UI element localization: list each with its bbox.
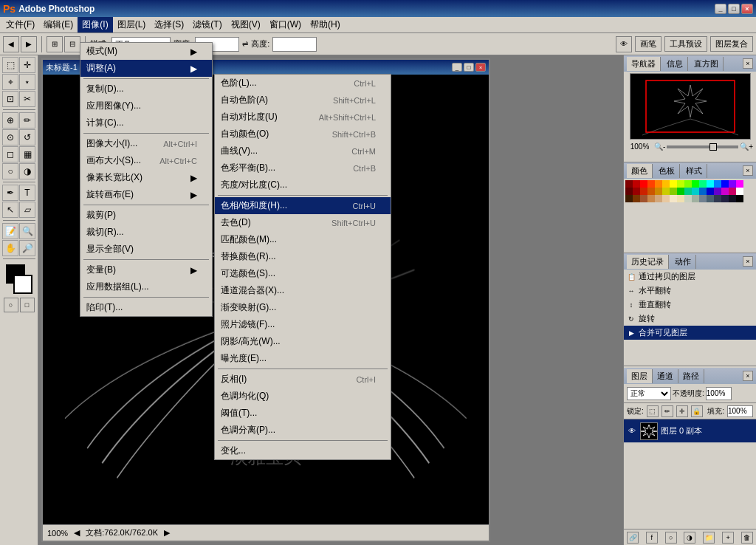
swatch[interactable]	[625, 195, 633, 202]
tab-layers[interactable]: 图层	[627, 369, 653, 383]
menu-calc[interactable]: 计算(C)...	[80, 114, 212, 131]
nav-thumb[interactable]	[709, 143, 717, 151]
tab-history[interactable]: 历史记录	[627, 255, 669, 269]
swatch[interactable]	[692, 188, 699, 195]
adj-posterize[interactable]: 色调分离(P)...	[215, 422, 391, 439]
swatch[interactable]	[677, 188, 684, 195]
brush-btn[interactable]: 画笔	[635, 36, 662, 52]
swatch[interactable]	[684, 195, 692, 202]
adj-photo-filter[interactable]: 照片滤镜(F)...	[215, 316, 391, 333]
tool-heal[interactable]: ⊕	[2, 112, 18, 128]
swatch[interactable]	[714, 180, 721, 188]
adj-channel-mixer[interactable]: 通道混合器(X)...	[215, 282, 391, 299]
tool-move[interactable]: ✛	[19, 57, 35, 73]
menu-help[interactable]: 帮助(H)	[306, 17, 345, 32]
swatch[interactable]	[692, 195, 699, 202]
quick-mask-btn[interactable]: ○	[4, 298, 18, 312]
swatch[interactable]	[625, 180, 633, 188]
swatch[interactable]	[729, 195, 736, 202]
tool-stamp[interactable]: ⊙	[2, 129, 18, 145]
adj-curves[interactable]: 曲线(V)...Ctrl+M	[215, 143, 391, 160]
zoom-in-icon[interactable]: 🔍+	[740, 143, 753, 151]
menu-canvas-size[interactable]: 画布大小(S)...Alt+Ctrl+C	[80, 152, 212, 169]
swatch[interactable]	[707, 195, 714, 202]
tool-shape[interactable]: ▱	[19, 202, 35, 218]
adj-gradient-map[interactable]: 渐变映射(G)...	[215, 299, 391, 316]
eye-icon[interactable]: 👁	[616, 36, 632, 52]
link-layers-btn[interactable]: 🔗	[627, 532, 639, 544]
tool-lasso[interactable]: ⌖	[2, 74, 18, 90]
new-layer-btn[interactable]: +	[722, 532, 734, 544]
swatch[interactable]	[692, 180, 699, 188]
swatch[interactable]	[662, 188, 670, 195]
lock-paint[interactable]: ✏	[662, 405, 673, 417]
swatch[interactable]	[736, 188, 743, 195]
swatch[interactable]	[699, 195, 707, 202]
swatch[interactable]	[670, 188, 677, 195]
history-item[interactable]: ↔ 水平翻转	[624, 284, 756, 298]
swatch[interactable]	[640, 180, 647, 188]
menu-rotate-canvas[interactable]: 旋转画布(E)▶	[80, 186, 212, 203]
layer-vis-icon[interactable]: 👁	[627, 426, 637, 436]
menu-mode[interactable]: 模式(M)▶	[80, 43, 212, 60]
adj-levels[interactable]: 色阶(L)...Ctrl+L	[215, 75, 391, 92]
tab-styles[interactable]: 样式	[681, 164, 707, 178]
swatch[interactable]	[655, 180, 662, 188]
lock-transparent[interactable]: ⬚	[647, 405, 659, 417]
swatch[interactable]	[662, 180, 670, 188]
swatch[interactable]	[633, 195, 640, 202]
history-item-active[interactable]: ▶ 合并可见图层	[624, 326, 756, 340]
menu-select[interactable]: 选择(S)	[150, 17, 188, 32]
swatch[interactable]	[699, 180, 707, 188]
adj-equalize[interactable]: 色调均化(Q)	[215, 388, 391, 405]
toolbar-icon1[interactable]: ⊞	[47, 36, 63, 52]
adj-exposure[interactable]: 曝光度(E)...	[215, 350, 391, 367]
history-item[interactable]: 📋 通过拷贝的图层	[624, 270, 756, 284]
adj-threshold[interactable]: 阈值(T)...	[215, 405, 391, 422]
adj-match-color[interactable]: 匹配颜色(M)...	[215, 231, 391, 248]
color-close[interactable]: ×	[743, 165, 753, 176]
height-input[interactable]	[272, 37, 317, 52]
tool-pen[interactable]: ✒	[2, 185, 18, 201]
opacity-input[interactable]	[706, 387, 732, 400]
tool-gradient[interactable]: ▦	[19, 146, 35, 162]
toolbar-back[interactable]: ◀	[3, 36, 19, 52]
swatch[interactable]	[640, 188, 647, 195]
adj-brightness[interactable]: 亮度/对比度(C)...	[215, 176, 391, 193]
adj-hue-sat[interactable]: 色相/饱和度(H)...Ctrl+U	[215, 197, 391, 214]
tool-preset-btn[interactable]: 工具预设	[664, 36, 707, 52]
adj-color-balance[interactable]: 色彩平衡(B)...Ctrl+B	[215, 160, 391, 176]
swatch[interactable]	[670, 195, 677, 202]
swatch[interactable]	[714, 188, 721, 195]
swatch[interactable]	[640, 195, 647, 202]
tool-brush[interactable]: ✏	[19, 112, 35, 128]
swatch[interactable]	[633, 180, 640, 188]
new-group-btn[interactable]: 📁	[703, 532, 715, 544]
tool-notes[interactable]: 📝	[2, 223, 18, 239]
tool-slice[interactable]: ✂	[19, 91, 35, 107]
menu-view[interactable]: 视图(V)	[227, 17, 265, 32]
add-adjustment-btn[interactable]: ◑	[684, 532, 695, 544]
tab-histogram[interactable]: 直方图	[690, 57, 724, 71]
menu-image[interactable]: 图像(I)	[78, 17, 112, 32]
swatch[interactable]	[655, 188, 662, 195]
adj-auto-levels[interactable]: 自动色阶(A)Shift+Ctrl+L	[215, 92, 391, 109]
swatch[interactable]	[655, 195, 662, 202]
history-close[interactable]: ×	[743, 256, 753, 267]
swatch[interactable]	[714, 195, 721, 202]
menu-trap[interactable]: 陷印(T)...	[80, 299, 212, 316]
menu-file[interactable]: 文件(F)	[1, 17, 39, 32]
swatch[interactable]	[699, 188, 707, 195]
navigator-close[interactable]: ×	[743, 58, 753, 69]
swatch[interactable]	[677, 195, 684, 202]
status-arrow-left[interactable]: ◀	[74, 528, 80, 538]
swatch[interactable]	[736, 195, 743, 202]
minimize-button[interactable]: _	[715, 4, 726, 14]
tool-crop[interactable]: ⊡	[2, 91, 18, 107]
swatch[interactable]	[647, 195, 655, 202]
tool-magic-wand[interactable]: ⋆	[19, 74, 35, 90]
swatch[interactable]	[662, 195, 670, 202]
menu-crop[interactable]: 裁剪(P)	[80, 207, 212, 224]
tab-navigator[interactable]: 导航器	[627, 57, 661, 71]
swatch[interactable]	[729, 180, 736, 188]
